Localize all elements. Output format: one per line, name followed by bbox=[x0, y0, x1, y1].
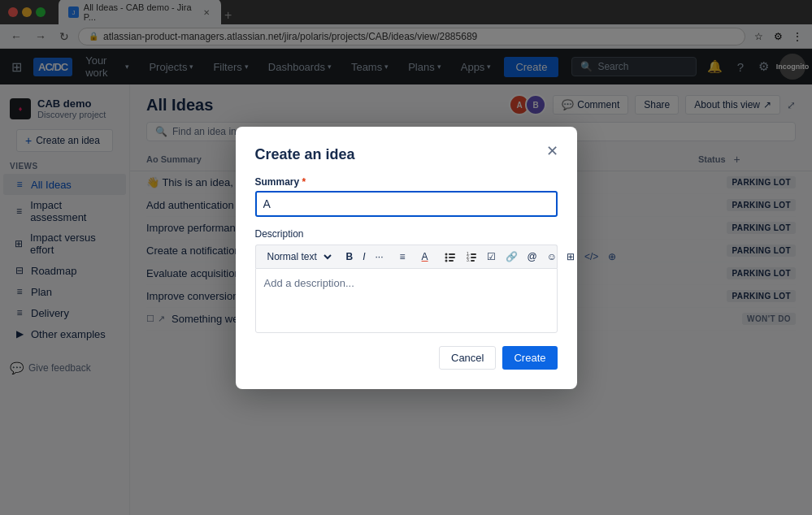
svg-rect-9 bbox=[471, 257, 476, 258]
italic-button[interactable]: I bbox=[358, 249, 369, 265]
svg-point-4 bbox=[445, 259, 447, 262]
summary-input[interactable] bbox=[255, 191, 558, 217]
svg-point-2 bbox=[445, 256, 447, 258]
mention-button[interactable]: @ bbox=[523, 249, 541, 265]
modal-footer: Cancel Create bbox=[255, 346, 558, 370]
modal-close-button[interactable]: ✕ bbox=[541, 140, 564, 162]
create-button[interactable]: Create bbox=[502, 346, 557, 370]
summary-form-group: Summary * bbox=[255, 176, 558, 217]
create-idea-modal: Create an idea ✕ Summary * Description N… bbox=[236, 127, 577, 389]
description-toolbar: Normal text B I ··· ≡ A 1.2.3. ☑ 🔗 bbox=[255, 245, 558, 268]
table-button[interactable]: ⊞ bbox=[562, 249, 579, 265]
align-button[interactable]: ≡ bbox=[396, 249, 410, 265]
bold-button[interactable]: B bbox=[342, 249, 358, 265]
summary-label: Summary * bbox=[255, 176, 558, 188]
number-list-button[interactable]: 1.2.3. bbox=[462, 249, 481, 265]
bullet-list-button[interactable] bbox=[441, 249, 460, 265]
link-button[interactable]: 🔗 bbox=[502, 249, 522, 265]
description-label: Description bbox=[255, 228, 558, 240]
description-form-group: Description Normal text B I ··· ≡ A 1.2.… bbox=[255, 228, 558, 333]
svg-rect-11 bbox=[471, 260, 475, 262]
task-list-button[interactable]: ☑ bbox=[483, 249, 500, 265]
svg-rect-7 bbox=[471, 253, 476, 255]
description-editor[interactable]: Add a description... bbox=[255, 268, 558, 333]
modal-overlay: Create an idea ✕ Summary * Description N… bbox=[0, 0, 812, 515]
svg-rect-5 bbox=[449, 260, 454, 262]
more-options-button[interactable]: ⊕ bbox=[604, 249, 620, 265]
svg-text:3.: 3. bbox=[467, 258, 470, 262]
code-button[interactable]: </> bbox=[580, 249, 602, 265]
text-format-select[interactable]: Normal text bbox=[261, 249, 334, 265]
more-format-button[interactable]: ··· bbox=[371, 249, 388, 265]
emoji-button[interactable]: ☺ bbox=[543, 249, 561, 265]
modal-title: Create an idea bbox=[255, 146, 558, 163]
cancel-button[interactable]: Cancel bbox=[439, 346, 496, 370]
svg-rect-1 bbox=[449, 253, 455, 255]
text-color-button[interactable]: A bbox=[418, 249, 432, 265]
required-marker: * bbox=[302, 176, 306, 188]
svg-rect-3 bbox=[449, 257, 455, 258]
svg-point-0 bbox=[445, 253, 447, 255]
